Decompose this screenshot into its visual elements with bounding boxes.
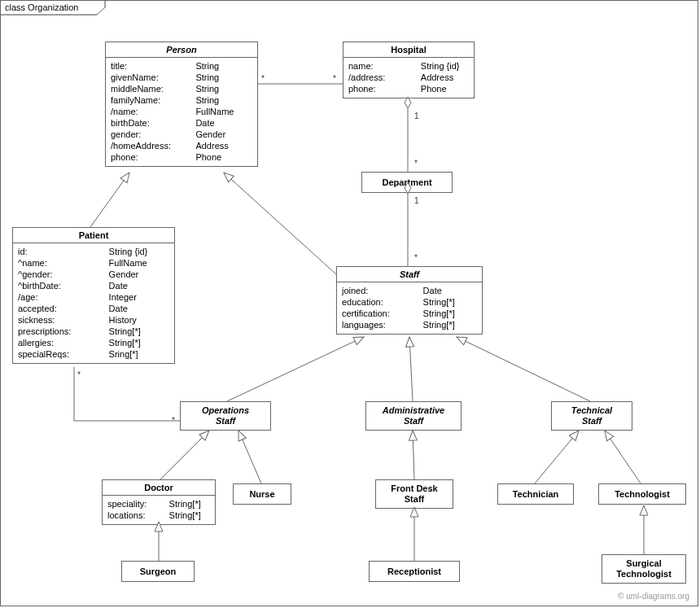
class-technical-staff: Technical Staff [551,401,632,431]
mult-hosp-dept-1: 1 [414,112,419,120]
attr-type: History [109,314,169,326]
attr-name: ^name: [18,257,109,269]
class-staff: Staff joined:Dateeducation:String[*]cert… [336,266,483,335]
class-operations-staff: Operations Staff [180,401,271,431]
attr-name: accepted: [18,303,109,314]
uml-frame: class Organization class Organization Pe… [0,0,698,606]
class-title-staff: Staff [337,267,482,282]
attr-row: phone:Phone [348,83,469,94]
attr-row: specialReqs:Sring[*] [18,348,169,360]
attr-row: prescriptions:String[*] [18,326,169,337]
attr-name: specialReqs: [18,348,109,360]
attr-type: Phone [195,151,252,163]
attr-row: gender:Gender [111,129,252,140]
attr-name: ^gender: [18,269,109,280]
attr-row: accepted:Date [18,303,169,314]
attr-row: ^name:FullName [18,257,169,269]
attr-row: sickness:History [18,314,169,326]
attr-row: /homeAddress:Address [111,140,252,151]
attr-name: id: [18,246,109,257]
svg-line-6 [227,337,364,401]
attr-row: /age:Integer [18,291,169,303]
attr-type: FullName [195,106,252,117]
attr-type: Date [109,280,169,291]
class-patient: Patient id:String {id}^name:FullName^gen… [12,227,175,364]
attr-type: String[*] [109,326,169,337]
attr-name: allergies: [18,337,109,348]
attr-type: Address [195,140,252,151]
svg-line-11 [413,431,414,479]
attr-row: education:String[*] [342,296,477,308]
svg-line-5 [224,173,336,274]
attr-row: familyName:String [111,94,252,106]
attr-type: String [195,72,252,83]
attr-row: /name:FullName [111,106,252,117]
class-surgical-technologist: Surgical Technologist [602,554,686,584]
attr-name: familyName: [111,94,195,106]
attr-type: Date [195,117,252,129]
attr-type: Date [423,285,477,296]
svg-line-8 [457,337,590,401]
attr-name: name: [348,60,421,72]
attr-type: Date [109,303,169,314]
attr-row: allergies:String[*] [18,337,169,348]
attr-row: languages:String[*] [342,319,477,330]
mult-patient-bottom: * [77,370,81,379]
frame-label: class Organization [4,2,78,11]
class-surgeon: Surgeon [121,561,195,582]
class-hospital: Hospital name:String {id}/address:Addres… [343,42,475,98]
attr-name: certification: [342,308,423,319]
class-front-desk-staff: Front Desk Staff [375,479,453,509]
attr-name: phone: [111,151,195,163]
attr-row: ^birthDate:Date [18,280,169,291]
svg-line-10 [238,431,261,483]
attr-row: middleName:String [111,83,252,94]
attr-name: ^birthDate: [18,280,109,291]
class-administrative-staff: Administrative Staff [365,401,462,431]
attr-row: givenName:String [111,72,252,83]
class-technologist: Technologist [598,483,686,505]
attr-type: String[*] [423,296,477,308]
attr-type: FullName [109,257,169,269]
attr-name: birthDate: [111,117,195,129]
attr-type: String {id} [421,60,469,72]
svg-line-4 [90,173,129,227]
attr-name: title: [111,60,195,72]
class-department: Department [361,172,453,193]
class-title-hospital: Hospital [343,42,474,58]
attr-name: /homeAddress: [111,140,195,151]
attr-name: education: [342,296,423,308]
attr-type: String[*] [169,498,210,510]
attr-type: String[*] [423,308,477,319]
attr-name: speciality: [107,498,169,510]
attr-name: /name: [111,106,195,117]
class-receptionist: Receptionist [369,561,460,582]
attr-row: ^gender:Gender [18,269,169,280]
class-title-person: Person [106,42,257,58]
attr-name: phone: [348,83,421,94]
attr-name: /address: [348,72,421,83]
attr-type: String[*] [423,319,477,330]
class-technician: Technician [497,483,574,505]
mult-person-right: * [261,74,265,83]
svg-line-7 [409,337,413,401]
attr-name: prescriptions: [18,326,109,337]
class-doctor: Doctor speciality:String[*]locations:Str… [102,479,216,525]
attr-name: locations: [107,510,169,521]
attr-row: id:String {id} [18,246,169,257]
mult-dept-staff-star: * [414,253,418,262]
class-title-doctor: Doctor [103,480,215,496]
attr-row: speciality:String[*] [107,498,210,510]
attr-name: /age: [18,291,109,303]
attr-name: sickness: [18,314,109,326]
attr-row: certification:String[*] [342,308,477,319]
attr-type: String[*] [109,337,169,348]
attr-type: Phone [421,83,469,94]
mult-hospital-left: * [333,74,336,83]
class-title-patient: Patient [13,228,174,243]
attr-name: givenName: [111,72,195,83]
mult-dept-staff-1: 1 [414,196,419,205]
attr-type: Address [421,72,469,83]
attr-type: Sring[*] [109,348,169,360]
attr-name: middleName: [111,83,195,94]
